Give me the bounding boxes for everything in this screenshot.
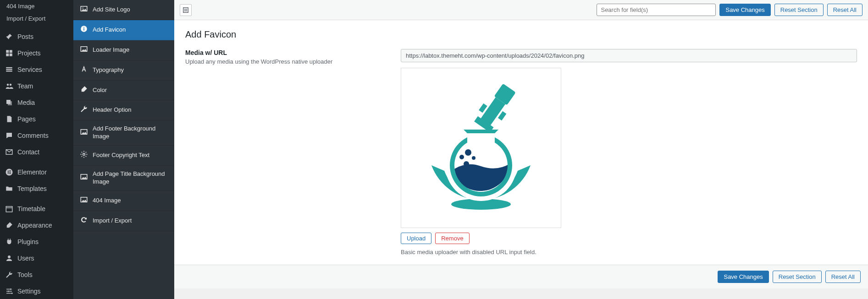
wp-sidebar-label: Media (17, 99, 35, 106)
opt-item-footer-bg[interactable]: Add Footer Background Image (73, 120, 174, 146)
wp-sidebar-item-settings[interactable]: Settings (0, 283, 73, 299)
svg-point-18 (83, 27, 84, 28)
svg-rect-3 (8, 170, 9, 174)
opt-item-page-title-bg[interactable]: Add Page Title Background Image (73, 166, 174, 191)
wp-sidebar-item-posts[interactable]: Posts (0, 28, 73, 45)
svg-point-0 (7, 84, 9, 86)
upload-button[interactable]: Upload (401, 233, 431, 244)
svg-point-1 (10, 84, 12, 86)
wp-sidebar-item-users[interactable]: Users (0, 250, 73, 266)
user-icon (5, 254, 14, 263)
wp-sidebar-item-media[interactable]: Media (0, 94, 73, 111)
image-icon (80, 45, 88, 55)
wp-sidebar-item-templates[interactable]: Templates (0, 180, 73, 197)
wp-sidebar-sub-import-export[interactable]: Import / Export (0, 12, 73, 25)
media-url-field: Media w/ URL Upload any media using the … (185, 49, 857, 256)
wp-sidebar-item-elementor[interactable]: Elementor (0, 164, 73, 180)
opt-item-label: Add Favicon (93, 26, 126, 34)
wrench-icon (5, 270, 14, 279)
favicon-preview-icon (412, 79, 550, 217)
opt-item-loader-image[interactable]: Loader Image (73, 40, 174, 60)
pin-icon (5, 32, 14, 41)
reset-section-button[interactable]: Reset Section (774, 4, 824, 16)
plug-icon (5, 237, 14, 246)
wp-sidebar-label: Team (17, 82, 33, 90)
wp-sidebar-item-contact[interactable]: Contact (0, 144, 73, 160)
remove-button[interactable]: Remove (435, 233, 469, 244)
wp-sidebar-label: Templates (17, 185, 47, 192)
opt-item-header-option[interactable]: Header Option (73, 100, 174, 120)
opt-item-typography[interactable]: Typography (73, 60, 174, 81)
wp-sidebar-item-services[interactable]: Services (0, 61, 73, 78)
grid-icon (5, 49, 14, 58)
wp-sidebar-label: Posts (17, 33, 33, 40)
opt-item-site-logo[interactable]: Add Site Logo (73, 0, 174, 20)
expand-options-button[interactable] (180, 4, 192, 16)
pages-icon (5, 114, 14, 124)
opt-item-label: Add Footer Background Image (93, 125, 168, 141)
wp-sidebar-label: Contact (17, 148, 39, 156)
search-input[interactable] (597, 4, 716, 16)
panel-title: Add Favicon (185, 29, 857, 40)
wp-sidebar-item-timetable[interactable]: Timetable (0, 201, 73, 217)
svg-point-11 (11, 293, 13, 294)
image-icon (80, 173, 88, 183)
opt-item-footer-copyright[interactable]: Footer Copyright Text (73, 146, 174, 166)
refresh-icon (80, 216, 88, 226)
image-icon (80, 196, 88, 206)
opt-item-404-image[interactable]: 404 Image (73, 191, 174, 211)
field-description: Upload any media using the WordPress nat… (185, 58, 378, 65)
save-changes-button[interactable]: Save Changes (719, 4, 770, 16)
gear-icon (80, 150, 88, 161)
svg-rect-6 (9, 173, 11, 174)
svg-rect-17 (83, 28, 84, 30)
media-preview (401, 68, 561, 228)
svg-rect-4 (9, 170, 11, 171)
wp-admin-sidebar: 404 Image Import / Export Posts Projects… (0, 0, 73, 299)
wp-sidebar-label: Projects (17, 49, 41, 57)
reset-all-button-bottom[interactable]: Reset All (825, 271, 861, 283)
reset-all-button[interactable]: Reset All (827, 4, 862, 16)
wp-sidebar-item-projects[interactable]: Projects (0, 45, 73, 61)
wp-sidebar-sub-404[interactable]: 404 Image (0, 0, 73, 12)
svg-point-30 (459, 155, 464, 159)
wp-sidebar-item-appearance[interactable]: Appearance (0, 217, 73, 234)
opt-item-label: Footer Copyright Text (93, 152, 149, 159)
wp-sidebar-item-tools[interactable]: Tools (0, 266, 73, 283)
wp-sidebar-label: Timetable (17, 205, 45, 212)
reset-section-button-bottom[interactable]: Reset Section (773, 271, 822, 283)
opt-item-label: Import / Export (93, 217, 132, 225)
folder-icon (5, 184, 14, 193)
bars-icon (5, 65, 14, 74)
wp-sidebar-label: Settings (17, 288, 41, 295)
wp-sidebar-label: Appearance (17, 222, 52, 229)
wp-sidebar-item-team[interactable]: Team (0, 78, 73, 94)
calendar-icon (5, 204, 14, 213)
wp-sidebar-item-comments[interactable]: Comments (0, 127, 73, 144)
opt-item-import-export[interactable]: Import / Export (73, 211, 174, 231)
mail-icon (5, 147, 14, 157)
opt-item-color[interactable]: Color (73, 81, 174, 101)
opt-item-label: Color (93, 87, 107, 94)
wp-sidebar-item-pages[interactable]: Pages (0, 111, 73, 127)
svg-rect-5 (9, 172, 11, 173)
save-changes-button-bottom[interactable]: Save Changes (718, 271, 768, 283)
media-url-input[interactable] (401, 49, 857, 62)
svg-point-10 (8, 291, 9, 292)
opt-item-favicon[interactable]: Add Favicon (73, 20, 174, 40)
wp-sidebar-label: Plugins (17, 238, 39, 245)
sliders-icon (5, 287, 14, 296)
top-toolbar: Save Changes Reset Section Reset All (174, 0, 868, 20)
svg-point-9 (10, 288, 11, 290)
opt-item-label: Add Page Title Background Image (93, 170, 168, 186)
wp-sidebar-item-plugins[interactable]: Plugins (0, 234, 73, 250)
wp-sidebar-label: Tools (17, 271, 33, 278)
favicon-panel: Add Favicon Media w/ URL Upload any medi… (174, 20, 868, 265)
wp-sidebar-label: Comments (17, 132, 49, 139)
opt-item-label: 404 Image (93, 197, 121, 205)
svg-point-8 (8, 256, 11, 258)
svg-point-15 (83, 7, 83, 8)
info-icon (80, 25, 88, 35)
wp-sidebar-label: Elementor (17, 169, 47, 176)
opt-item-label: Typography (93, 66, 124, 74)
